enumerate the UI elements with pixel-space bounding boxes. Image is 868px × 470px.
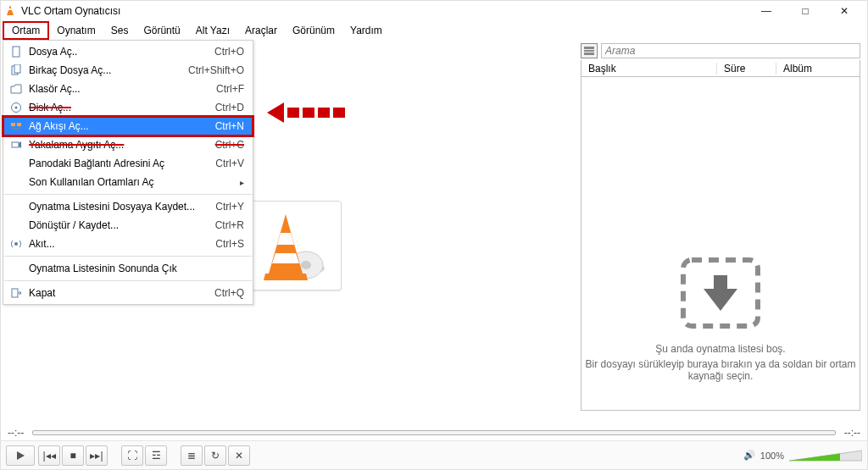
volume-percent: 100% <box>760 451 784 461</box>
playlist-toggle-button[interactable]: ≣ <box>181 445 203 466</box>
menu-item[interactable]: Klasör Aç...Ctrl+F <box>3 80 253 98</box>
menu-item-label: Yakalama Aygıtı Aç... <box>25 139 215 151</box>
play-button[interactable] <box>6 445 35 466</box>
menu-araclar[interactable]: Araçlar <box>237 21 285 40</box>
menu-item[interactable]: Panodaki Bağlantı Adresini AçCtrl+V <box>3 154 253 173</box>
playlist-view-toggle[interactable] <box>581 43 598 58</box>
quit-icon <box>7 287 25 299</box>
window-maximize-button[interactable]: □ <box>786 1 825 21</box>
svg-marker-25 <box>17 451 25 460</box>
seek-slider[interactable] <box>32 430 835 435</box>
menu-item[interactable]: Ağ Akışı Aç...Ctrl+N <box>3 117 253 135</box>
svg-point-11 <box>14 242 18 246</box>
vlc-cone-icon <box>255 207 331 284</box>
playlist-search-input[interactable] <box>601 43 860 58</box>
menu-item-shortcut: Ctrl+S <box>215 238 244 250</box>
menu-item-shortcut: Ctrl+D <box>215 102 244 113</box>
menu-separator <box>4 280 252 281</box>
menu-item[interactable]: KapatCtrl+Q <box>3 284 253 302</box>
media-dropdown-menu: Dosya Aç..Ctrl+OBirkaç Dosya Aç...Ctrl+S… <box>3 40 253 305</box>
shuffle-button[interactable]: ✕ <box>228 445 250 466</box>
window-close-button[interactable]: ✕ <box>825 1 864 21</box>
controls-toolbar: |◂◂ ■ ▸▸| ⛶ ☲ ≣ ↻ ✕ 🔊 100% <box>1 440 867 469</box>
dropzone-icon <box>678 255 763 331</box>
files-icon <box>7 64 25 76</box>
volume-slider[interactable] <box>789 450 862 462</box>
menu-item-label: Panodaki Bağlantı Adresini Aç <box>25 158 215 169</box>
next-button[interactable]: ▸▸| <box>86 445 108 466</box>
menu-item-shortcut: Ctrl+Q <box>214 287 244 299</box>
menu-separator <box>4 256 252 257</box>
menu-altyazi[interactable]: Alt Yazı <box>188 21 237 40</box>
menu-item[interactable]: Oynatma Listesini Dosyaya Kaydet...Ctrl+… <box>3 197 253 216</box>
menu-item[interactable]: Disk Aç...Ctrl+D <box>3 98 253 117</box>
menu-item-shortcut: Ctrl+V <box>215 158 244 169</box>
menu-item-shortcut: Ctrl+R <box>215 219 244 231</box>
svg-point-15 <box>301 261 311 269</box>
svg-rect-7 <box>11 123 15 126</box>
menu-item[interactable]: Birkaç Dosya Aç...Ctrl+Shift+O <box>3 61 253 80</box>
menu-item-label: Oynatma Listesini Dosyaya Kaydet... <box>25 201 215 213</box>
menu-gorunum[interactable]: Görünüm <box>285 21 342 40</box>
menu-ortam[interactable]: Ortam <box>3 21 49 40</box>
net-icon <box>7 120 25 132</box>
time-elapsed: --:-- <box>8 427 24 439</box>
prev-button[interactable]: |◂◂ <box>38 445 60 466</box>
menu-item-shortcut: Ctrl+F <box>216 83 244 95</box>
menu-goruntu[interactable]: Görüntü <box>136 21 187 40</box>
menu-ses[interactable]: Ses <box>103 21 136 40</box>
seek-bar-row: --:-- --:-- <box>1 425 867 440</box>
menu-item-label: Kapat <box>25 287 214 299</box>
menu-item-shortcut: Ctrl+Y <box>215 201 244 213</box>
menu-item[interactable]: Dosya Aç..Ctrl+O <box>3 42 253 61</box>
menu-item-label: Ağ Akışı Aç... <box>25 120 215 132</box>
playlist-columns: Başlık Süre Albüm <box>581 60 860 77</box>
disc-icon <box>7 102 25 113</box>
svg-rect-9 <box>12 142 19 147</box>
menu-item[interactable]: Son Kullanılan Ortamları Aç▸ <box>3 173 253 191</box>
window-title: VLC Ortam Oynatıcısı <box>21 5 747 17</box>
svg-rect-22 <box>584 53 594 55</box>
time-total: --:-- <box>844 427 860 439</box>
svg-rect-1 <box>8 8 13 10</box>
playlist-empty-text: Şu anda oynatma listesi boş. Bir dosyayı… <box>581 343 860 382</box>
playlist-empty-area[interactable]: Şu anda oynatma listesi boş. Bir dosyayı… <box>581 77 860 411</box>
menu-item[interactable]: Yakalama Aygıtı Aç...Ctrl+C <box>3 135 253 154</box>
menu-item-label: Birkaç Dosya Aç... <box>25 64 188 76</box>
svg-marker-17 <box>277 233 294 245</box>
svg-rect-4 <box>14 64 20 73</box>
column-duration[interactable]: Süre <box>717 63 776 75</box>
fullscreen-button[interactable]: ⛶ <box>121 445 143 466</box>
speaker-icon[interactable]: 🔊 <box>743 450 755 461</box>
svg-point-6 <box>15 107 18 109</box>
submenu-arrow-icon: ▸ <box>236 178 244 187</box>
column-title[interactable]: Başlık <box>581 63 717 75</box>
stream-icon <box>7 238 25 250</box>
menu-oynatim[interactable]: Oynatım <box>49 21 103 40</box>
menu-item[interactable]: Dönüştür / Kaydet...Ctrl+R <box>3 216 253 235</box>
menu-yardim[interactable]: Yardım <box>342 21 390 40</box>
svg-marker-19 <box>264 274 308 280</box>
svg-rect-12 <box>12 289 18 297</box>
menu-item-label: Dönüştür / Kaydet... <box>25 219 215 231</box>
menu-item[interactable]: Oynatma Listesinin Sonunda Çık <box>3 259 253 278</box>
menu-bar: Ortam Oynatım Ses Görüntü Alt Yazı Araçl… <box>1 21 867 40</box>
svg-rect-21 <box>584 50 594 52</box>
column-album[interactable]: Albüm <box>776 63 860 75</box>
menu-item[interactable]: Akıt...Ctrl+S <box>3 235 253 253</box>
menu-item-shortcut: Ctrl+N <box>215 120 244 132</box>
stop-button[interactable]: ■ <box>62 445 84 466</box>
menu-item-label: Akıt... <box>25 238 215 250</box>
loop-button[interactable]: ↻ <box>204 445 226 466</box>
svg-marker-18 <box>272 253 299 263</box>
menu-item-label: Oynatma Listesinin Sonunda Çık <box>25 263 244 274</box>
window-minimize-button[interactable]: — <box>747 1 786 21</box>
menu-item-shortcut: Ctrl+O <box>214 46 244 58</box>
vlc-cone-card <box>245 201 342 290</box>
svg-rect-8 <box>17 123 21 126</box>
menu-separator <box>4 194 252 195</box>
file-icon <box>7 46 25 58</box>
ext-settings-button[interactable]: ☲ <box>145 445 167 466</box>
menu-item-label: Son Kullanılan Ortamları Aç <box>25 176 236 188</box>
cap-icon <box>7 139 25 151</box>
